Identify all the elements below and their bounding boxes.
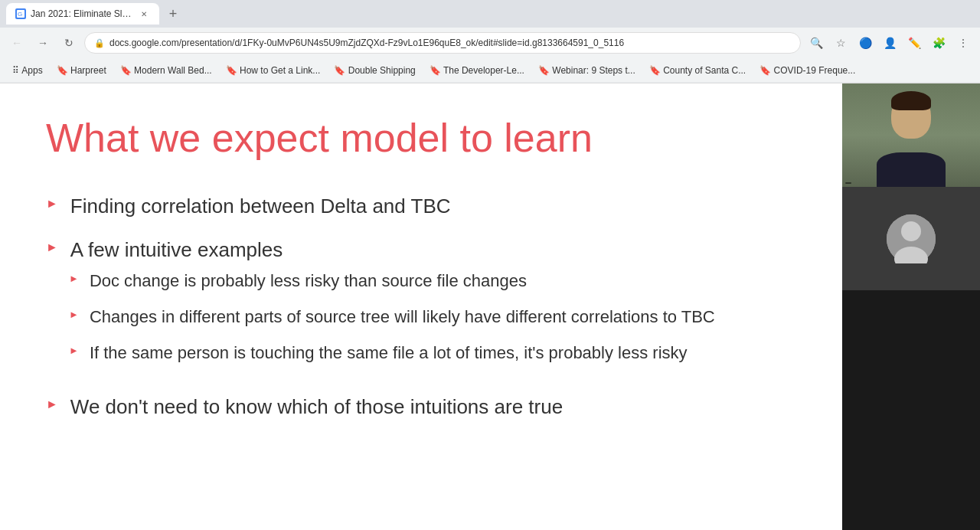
address-bar-row: ← → ↻ 🔒 docs.google.com/presentation/d/1… xyxy=(0,28,980,58)
bookmark-webinar[interactable]: 🔖 Webinar: 9 Steps t... xyxy=(532,62,642,79)
more-icon[interactable]: ⋮ xyxy=(952,32,974,54)
sub-bullet-list: ► Doc change is probably less risky than… xyxy=(46,270,715,377)
tab-bar: G Jan 2021: Eliminate Slow Tests... ✕ + xyxy=(0,0,980,28)
bookmark-covid[interactable]: 🔖 COVID-19 Freque... xyxy=(753,62,861,79)
bookmark-how-to-get[interactable]: 🔖 How to Get a Link... xyxy=(220,62,327,79)
sub-bullet-arrow-3: ► xyxy=(69,344,79,358)
bookmark-label-3: 🔖 How to Get a Link... xyxy=(226,65,321,76)
extensions-icon[interactable]: 🧩 xyxy=(928,32,949,54)
bullet-text-2: A few intuitive examples xyxy=(70,236,283,263)
bookmark-double-shipping[interactable]: 🔖 Double Shipping xyxy=(328,62,421,79)
sub-bullet-text-1: Doc change is probably less risky than s… xyxy=(90,270,527,293)
video-participant-placeholder xyxy=(842,187,980,290)
browser-chrome: G Jan 2021: Eliminate Slow Tests... ✕ + … xyxy=(0,0,980,83)
sub-bullet-arrow-1: ► xyxy=(69,272,79,286)
sub-bullet-arrow-2: ► xyxy=(69,308,79,322)
bookmark-county[interactable]: 🔖 County of Santa C... xyxy=(643,62,752,79)
bookmark-label-8: 🔖 COVID-19 Freque... xyxy=(760,65,855,76)
apps-label: ⠿ Apps xyxy=(12,65,43,76)
bookmark-developer[interactable]: 🔖 The Developer-Le... xyxy=(423,62,531,79)
bullet-item-1: ► Finding correlation between Delta and … xyxy=(46,192,796,220)
bookmark-icon[interactable]: ☆ xyxy=(830,32,851,54)
back-button[interactable]: ← xyxy=(6,32,28,54)
tab-close-button[interactable]: ✕ xyxy=(138,8,150,20)
bullet-text-3: We don't need to know which of those int… xyxy=(70,393,563,420)
video-participant-active xyxy=(842,83,980,187)
url-text: docs.google.com/presentation/d/1FKy-0uMv… xyxy=(109,38,791,48)
svg-text:G: G xyxy=(18,11,22,18)
bullet-arrow-2: ► xyxy=(46,239,58,256)
bookmark-label-5: 🔖 The Developer-Le... xyxy=(430,65,524,76)
extension-icon[interactable]: 🔵 xyxy=(854,32,876,54)
lock-icon: 🔒 xyxy=(94,38,105,48)
bookmark-modern-wall[interactable]: 🔖 Modern Wall Bed... xyxy=(114,62,218,79)
bookmark-label-2: 🔖 Modern Wall Bed... xyxy=(120,65,212,76)
new-tab-button[interactable]: + xyxy=(162,3,184,25)
main-area: What we expect model to learn ► Finding … xyxy=(0,83,980,530)
bookmark-apps[interactable]: ⠿ Apps xyxy=(6,62,49,79)
bullet-item-3: ► We don't need to know which of those i… xyxy=(46,393,796,420)
bookmark-label-1: 🔖 Harpreet xyxy=(57,65,106,76)
svg-point-3 xyxy=(901,221,921,241)
bullet-item-2: ► A few intuitive examples ► Doc change … xyxy=(46,236,796,378)
search-icon[interactable]: 🔍 xyxy=(805,32,827,54)
active-tab[interactable]: G Jan 2021: Eliminate Slow Tests... ✕ xyxy=(6,3,159,25)
bookmark-label-7: 🔖 County of Santa C... xyxy=(649,65,746,76)
bullet-arrow-1: ► xyxy=(46,195,58,212)
bullet-text-1: Finding correlation between Delta and TB… xyxy=(70,192,451,220)
avatar-icon xyxy=(887,214,936,263)
toolbar-icons: 🔍 ☆ 🔵 👤 ✏️ 🧩 ⋮ xyxy=(805,32,974,54)
slide-title: What we expect model to learn xyxy=(46,114,796,162)
bookmark-harpreet[interactable]: 🔖 Harpreet xyxy=(51,62,113,79)
reload-button[interactable]: ↻ xyxy=(58,32,80,54)
sub-bullet-item-2: ► Changes in different parts of source t… xyxy=(46,306,715,329)
bookmark-label-6: 🔖 Webinar: 9 Steps t... xyxy=(538,65,635,76)
bullet-list: ► Finding correlation between Delta and … xyxy=(46,192,796,420)
profile-icon[interactable]: 👤 xyxy=(879,32,900,54)
bookmarks-bar: ⠿ Apps 🔖 Harpreet 🔖 Modern Wall Bed... 🔖… xyxy=(0,58,980,83)
video-panel xyxy=(842,83,980,530)
avatar xyxy=(887,214,936,263)
sub-bullet-text-3: If the same person is touching the same … xyxy=(90,342,688,365)
slide-container: What we expect model to learn ► Finding … xyxy=(0,83,842,530)
sub-bullet-text-2: Changes in different parts of source tre… xyxy=(90,306,715,329)
bookmark-label-4: 🔖 Double Shipping xyxy=(334,65,415,76)
address-bar[interactable]: 🔒 docs.google.com/presentation/d/1FKy-0u… xyxy=(84,32,801,54)
participant-name-active xyxy=(845,182,851,184)
tab-label: Jan 2021: Eliminate Slow Tests... xyxy=(31,8,133,19)
sub-bullet-item-1: ► Doc change is probably less risky than… xyxy=(46,270,715,293)
tab-favicon: G xyxy=(15,8,26,19)
sub-bullet-item-3: ► If the same person is touching the sam… xyxy=(46,342,715,365)
forward-button[interactable]: → xyxy=(32,32,54,54)
bullet-arrow-3: ► xyxy=(46,396,58,413)
edit-icon[interactable]: ✏️ xyxy=(903,32,925,54)
